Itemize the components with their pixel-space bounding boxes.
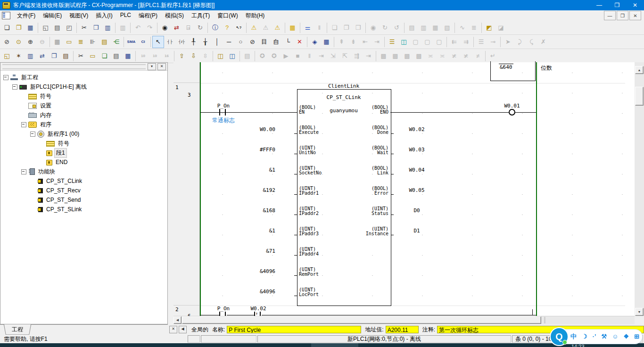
menu-item[interactable]: 编程(P) (135, 10, 161, 21)
toolbar-button-edit-left[interactable]: ⇤ (359, 36, 371, 48)
toolbar-button-set-password[interactable]: ◩ (483, 22, 495, 34)
toolbar-button-symbol-tree[interactable]: ⋲ (110, 36, 122, 48)
toolbar-button-stop-simulation[interactable]: ■ (292, 50, 304, 62)
scroll-left-button[interactable]: ◀ (173, 316, 182, 324)
tree-item-fb[interactable]: CP_ST_Send (0, 195, 167, 205)
fb-type-name[interactable]: CP_ST_CLink (297, 94, 390, 100)
ime-icon[interactable]: ·’ (593, 330, 596, 343)
toolbar-button-pause-monitor[interactable]: ‖ (314, 22, 325, 34)
menu-item[interactable]: 工具(T) (188, 10, 214, 21)
toolbar-button-compare-with-plc[interactable]: ⇳ (199, 50, 211, 62)
toolbar-button-release-password[interactable]: ◪ (495, 22, 507, 34)
fb-output-operand[interactable]: D1 (400, 228, 433, 234)
toolbar-button-transfer-program[interactable]: ❏ (329, 22, 340, 34)
toolbar-button-compare-program[interactable]: ❒ (352, 22, 364, 34)
fb-output-pin[interactable]: (BOOL) Done (341, 125, 388, 135)
tree-item-fb[interactable]: CP_ST_Recv (0, 186, 167, 195)
toolbar-button-force-status[interactable]: ⚠ (260, 22, 272, 34)
toolbar-button-horizontal-line[interactable]: ─ (223, 36, 235, 48)
ime-icon[interactable]: ⚒ (602, 330, 607, 343)
toolbar-button-find-next[interactable]: ⍈ (182, 22, 194, 34)
toolbar-button-save-project[interactable]: ▦ (25, 22, 36, 34)
rung2-contact1-label[interactable]: P_On (214, 306, 233, 312)
tree-item-programs[interactable]: 程序 (0, 120, 167, 129)
toolbar-button-compile-check[interactable]: ◱ (40, 22, 51, 34)
tree-item-root[interactable]: 新工程 (0, 73, 167, 82)
toolbar-button-diff-set-2[interactable]: ≍ (437, 50, 448, 62)
toolbar-button-transfer-from-plc[interactable]: ⇩ (188, 50, 199, 62)
tree-expand-toggle[interactable] (30, 132, 35, 137)
toolbar-button-memory-view[interactable]: ▦ (122, 50, 134, 62)
toolbar-button-fb-library[interactable]: ◈ (309, 36, 321, 48)
menu-item[interactable]: 编辑(E) (39, 10, 66, 21)
taskbar-app-button[interactable] (311, 343, 358, 347)
rung2-contact2-label[interactable]: W0.02 (249, 306, 268, 312)
toolbar-button-pointer-back[interactable]: ⤸ (514, 36, 526, 48)
toolbar-button-monitor-hex[interactable]: 16 (161, 50, 173, 62)
toolbar-button-zoom-in[interactable]: ⊕ (25, 36, 36, 48)
fb-input-operand[interactable]: &4096 (219, 268, 275, 274)
toolbar-button-view-cross-reference[interactable]: ⇄ (36, 50, 48, 62)
toolbar-button-zoom-custom[interactable]: ⊙ (13, 36, 25, 48)
toolbar-button-transfer-settings[interactable]: ▤ (241, 50, 253, 62)
toolbar-button-program-check-warn[interactable]: ⚠ (248, 22, 260, 34)
toolbar-button-new-or-contact[interactable]: ╀ (188, 36, 199, 48)
toolbar-button-online-edit-cancel[interactable]: ↺ (391, 22, 403, 34)
ime-icon[interactable]: ❖ (624, 330, 629, 343)
toolbar-button-work-online-simulator[interactable]: ◫ (226, 50, 238, 62)
toolbar-button-indent-left[interactable]: ⇇ (448, 36, 460, 48)
fb-output-operand[interactable]: W0.02 (400, 126, 433, 132)
toolbar-button-online-edit-send[interactable]: ↻ (379, 22, 391, 34)
toolbar-button-find-error[interactable]: ⚠ (272, 22, 283, 34)
toolbar-button-delete-line[interactable]: ✕ (294, 36, 305, 48)
fb-input-pin[interactable]: (UINT) IPaddr4 (299, 247, 319, 256)
toolbar-button-window-view-3[interactable]: ▢ (433, 36, 445, 48)
rung-comment[interactable]: 位数 (541, 64, 552, 72)
toolbar-button-monitor-all[interactable]: ✪ (268, 50, 280, 62)
toolbar-button-address-list[interactable]: ▤ (99, 36, 110, 48)
toolbar-button-diff-monitor[interactable]: ∿ (456, 22, 468, 34)
tree-item-settings[interactable]: 设置 (0, 101, 167, 110)
ladder-canvas[interactable]: &640 位数 P_On 常通标志 ClientLink CP_ST_CLink… (200, 62, 625, 316)
toolbar-button-new-fb-instruction[interactable]: 自 (270, 36, 282, 48)
toolbar-button-window-view-1[interactable]: ▢ (410, 36, 421, 48)
toolbar-button-rung-annotation[interactable]: ≣ (75, 36, 87, 48)
fb-input-pin[interactable]: (UINT) LocPort (299, 288, 319, 297)
toolbar-button-paste[interactable]: ▥ (102, 22, 114, 34)
toolbar-button-change-all[interactable]: ↻ (194, 22, 206, 34)
scroll-down-button[interactable]: ▼ (635, 308, 644, 316)
toolbar-button-new-or-closed-contact[interactable]: ╁ (199, 36, 211, 48)
menu-item[interactable]: 插入(I) (92, 10, 116, 21)
toolbar-button-io-connector[interactable]: ⊪ (87, 36, 99, 48)
toolbar-button-new-closed-contact[interactable]: ┤/├ (176, 36, 188, 48)
toolbar-button-show-sma[interactable]: SMA (125, 36, 137, 48)
panel-grip[interactable] (2, 64, 146, 69)
fb-output-operand[interactable]: W0.05 (400, 187, 433, 193)
tree-item-fb[interactable]: CP_ST_SLink (0, 205, 167, 214)
ime-icon[interactable]: ☺ (612, 330, 618, 343)
toolbar-button-transfer-file[interactable]: ❐ (340, 22, 352, 34)
toolbar-button-print-preview[interactable]: ◰ (63, 22, 75, 34)
ime-icon[interactable]: 中 (570, 330, 577, 343)
toolbar-button-break-window-2[interactable]: ▩ (389, 50, 401, 62)
toolbar-button-step-out[interactable]: ⇱ (339, 50, 351, 62)
toolbar-button-monitor-window-2[interactable]: ▥ (418, 22, 429, 34)
fb-output-pin[interactable]: (BOOL) Wait (341, 146, 388, 155)
toolbar-button-monitor-decimal[interactable]: 10 (137, 50, 149, 62)
toolbar-button-zoom-fit[interactable]: ⊘ (1, 36, 13, 48)
toolbar-button-diff-set-1[interactable]: ≍ (425, 50, 437, 62)
toolbar-button-diff-set-5[interactable]: ≠ (472, 50, 484, 62)
toolbar-button-vertical-line[interactable]: │ (211, 36, 223, 48)
fb-output-pin[interactable]: (UINT) Status (341, 207, 388, 216)
toolbar-button-symbol-list[interactable]: ☰ (386, 36, 398, 48)
toolbar-button-view-local-window[interactable]: ❐ (48, 50, 60, 62)
toolbar-button-step-in[interactable]: ⇲ (327, 50, 339, 62)
menu-item[interactable]: 文件(F) (13, 10, 39, 21)
scroll-up-button[interactable]: ▲ (635, 66, 644, 74)
fb-output-operand[interactable]: W0.04 (400, 167, 433, 173)
toolbar-button-redo[interactable]: ↷ (144, 22, 156, 34)
horizontal-scrollbar[interactable]: ◀ (173, 316, 635, 324)
toolbar-button-io-comment-view[interactable]: ❏ (99, 50, 110, 62)
toolbar-button-copy[interactable]: ❒ (90, 22, 102, 34)
fb-input-pin[interactable]: (UINT) RemPort (299, 267, 319, 277)
